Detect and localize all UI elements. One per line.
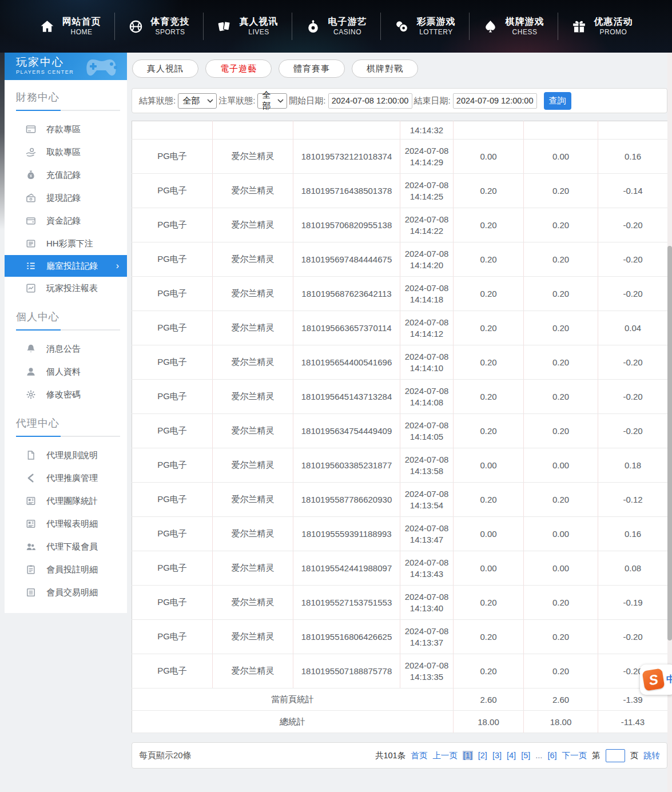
cell-order-no: 1810195663657370114 xyxy=(293,311,400,345)
sidebar-item[interactable]: HH彩票下注 › xyxy=(5,232,127,255)
sidebar-item[interactable]: 代理推廣管理 › xyxy=(5,467,127,489)
cell-bet: 0.20 xyxy=(454,586,524,620)
cell-winloss: -0.20 xyxy=(598,380,668,414)
end-date-input[interactable] xyxy=(453,93,537,109)
query-button[interactable]: 查詢 xyxy=(544,92,571,110)
translate-plugin-bubble[interactable]: S 中 xyxy=(640,664,672,695)
cell-order-no: 1810195542441988097 xyxy=(293,551,400,586)
topnav-item[interactable]: 棋牌游戏 CHESS xyxy=(469,13,558,40)
sidebar-section-personal: 個人中心 消息公告 › 個人資料 › 修改密碼 › xyxy=(5,300,127,406)
translate-plugin-icon: S xyxy=(642,668,665,691)
sidebar-item[interactable]: 存款專區 › xyxy=(5,118,127,141)
cell-platform: PG电子 xyxy=(132,654,213,688)
tab-label: 棋牌對戰 xyxy=(367,63,403,74)
topnav-item[interactable]: 网站首页 HOME xyxy=(26,13,114,40)
tab-label: 電子遊藝 xyxy=(220,63,257,74)
topnav-item[interactable]: 体育竞技 SPORTS xyxy=(114,13,203,40)
cell-order-no: 1810195687623642113 xyxy=(293,277,400,311)
sidebar-item[interactable]: 修改密碼 › xyxy=(5,383,127,406)
cell-platform: PG电子 xyxy=(132,448,213,483)
sidebar-item[interactable]: 代理團隊統計 › xyxy=(5,489,127,512)
start-date-input[interactable] xyxy=(328,93,412,109)
page-number-link[interactable]: [1] xyxy=(463,751,473,760)
scrollbar-thumb[interactable] xyxy=(667,246,672,640)
sidebar-item[interactable]: 會員交易明細 › xyxy=(5,581,127,604)
cell-platform: PG电子 xyxy=(132,620,213,654)
cell-bet: 0.00 xyxy=(454,448,524,483)
tab[interactable]: 棋牌對戰 xyxy=(352,59,418,78)
topnav-item[interactable]: 电子游艺 CASINO xyxy=(292,13,380,40)
sidebar-item[interactable]: 個人資料 › xyxy=(5,360,127,383)
page-number-link[interactable]: ... xyxy=(535,751,542,760)
topnav-item-label-en: HOME xyxy=(71,28,93,37)
sidebar-item[interactable]: 取款專區 › xyxy=(5,141,127,164)
cell-order-no: 1810195732121018374 xyxy=(293,140,400,174)
total-count-text: 共101条 xyxy=(375,750,405,761)
topnav-item[interactable]: 优惠活动 PROMO xyxy=(558,13,646,40)
cell-order-no: 1810195559391188993 xyxy=(293,517,400,551)
moneybag-icon xyxy=(25,169,37,181)
sidebar-item[interactable]: 會員投註明細 › xyxy=(5,558,127,581)
table-row: PG电子 爱尔兰精灵 1810195654400541696 2024-07-0… xyxy=(132,345,668,380)
next-page-link[interactable]: 下一页 xyxy=(562,750,587,761)
roulette-icon xyxy=(305,19,321,34)
page-number-link[interactable]: [3] xyxy=(492,751,502,760)
tab[interactable]: 真人視訊 xyxy=(132,59,198,78)
table-row: PG电子 爱尔兰精灵 1810195542441988097 2024-07-0… xyxy=(132,551,668,586)
settle-status-select[interactable]: 全部 xyxy=(178,93,217,109)
cell-winloss: -0.20 xyxy=(598,345,668,380)
topnav-item-label-en: LIVES xyxy=(248,28,269,37)
cell-bet: 0.00 xyxy=(454,517,524,551)
cell-platform: PG电子 xyxy=(132,174,213,208)
first-page-link[interactable]: 首页 xyxy=(411,750,427,761)
page-number-link[interactable]: [2] xyxy=(478,751,487,760)
chevron-down-icon xyxy=(207,99,213,103)
section-divider xyxy=(16,329,120,331)
prev-page-link[interactable]: 上一页 xyxy=(432,750,458,761)
cell-bet: 0.20 xyxy=(454,277,524,311)
cell-platform: PG电子 xyxy=(132,311,213,345)
sidebar-item-label: 代理團隊統計 xyxy=(46,496,98,507)
cell-bet: 0.20 xyxy=(454,620,524,654)
cell-winloss: 0.16 xyxy=(598,517,668,551)
sidebar-item-label: 消息公告 xyxy=(46,344,81,355)
cards-icon xyxy=(217,19,232,34)
cell-datetime: 2024-07-08 14:13:54 xyxy=(400,483,454,517)
page-number-link[interactable]: [5] xyxy=(521,751,530,760)
sidebar-item-label: 代理規則說明 xyxy=(46,450,98,461)
tab[interactable]: 電子遊藝 xyxy=(205,59,272,78)
start-date-label: 開始日期: xyxy=(289,95,325,106)
sidebar-item[interactable]: 廳室投註記錄 › xyxy=(5,255,127,277)
jump-page-input[interactable] xyxy=(606,749,625,762)
sidebar-item[interactable]: 消息公告 › xyxy=(5,337,127,360)
cell-bet: 0.20 xyxy=(454,414,524,448)
sidebar-item[interactable]: 代理規則說明 › xyxy=(5,444,127,467)
page-number-link[interactable]: [6] xyxy=(547,751,556,760)
cell-order-no: 1810195516806426625 xyxy=(293,620,400,654)
cell-winloss: 0.18 xyxy=(598,448,668,483)
sidebar-item-label: 資金記錄 xyxy=(46,216,81,226)
sidebar-item[interactable]: 代理下級會員 › xyxy=(5,535,127,558)
order-status-select[interactable]: 全部 xyxy=(257,93,287,109)
page-stats-bet: 2.60 xyxy=(454,688,524,711)
topnav-item[interactable]: 彩票游戏 LOTTERY xyxy=(380,13,469,40)
sidebar-item[interactable]: 資金記錄 › xyxy=(5,209,127,232)
tab[interactable]: 體育賽事 xyxy=(279,59,345,78)
members-icon xyxy=(25,541,37,552)
table-row: PG电子 爱尔兰精灵 1810195716438501378 2024-07-0… xyxy=(132,174,668,208)
cell-game: 爱尔兰精灵 xyxy=(213,345,293,380)
page-number-link[interactable]: [4] xyxy=(507,751,516,760)
sidebar-item[interactable]: 提現記錄 › xyxy=(5,186,127,209)
cell-winloss: 0.16 xyxy=(598,140,668,174)
sidebar-item[interactable]: 代理報表明細 › xyxy=(5,512,127,535)
cell-time: 14:14:32 xyxy=(400,121,454,140)
sidebar-item[interactable]: 充值記錄 › xyxy=(5,164,127,186)
user-icon xyxy=(25,366,37,377)
sidebar-item[interactable]: 玩家投注報表 › xyxy=(5,277,127,300)
table-row: PG电子 爱尔兰精灵 1810195687623642113 2024-07-0… xyxy=(132,277,668,311)
topnav-item[interactable]: 真人视讯 LIVES xyxy=(203,13,292,40)
bell-icon xyxy=(25,343,37,355)
table-row: PG电子 爱尔兰精灵 1810195706820955138 2024-07-0… xyxy=(132,208,668,242)
cell-bet: 0.20 xyxy=(454,174,524,208)
jump-button[interactable]: 跳转 xyxy=(643,750,660,761)
